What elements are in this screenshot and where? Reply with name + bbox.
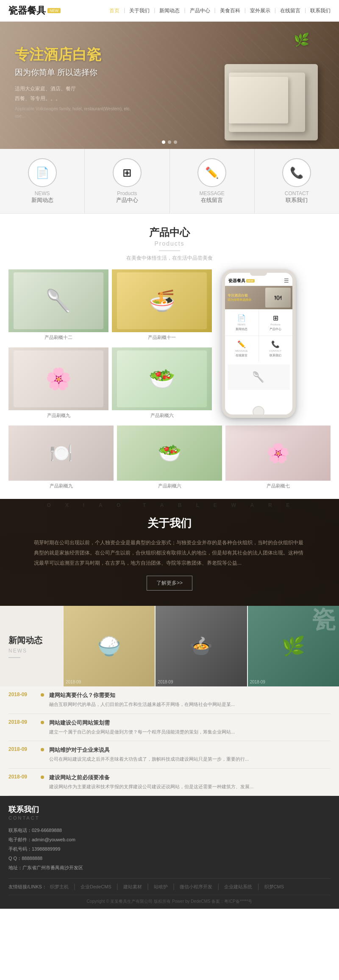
about-content: 关于我们 萌芽时期在公司出现以前，个人独资企业是最典型的企业形式；与独资企业并存… bbox=[34, 516, 305, 591]
nav-home[interactable]: 首页 bbox=[109, 7, 119, 14]
phone-menu-icon[interactable]: ☰ bbox=[284, 277, 289, 284]
feature-products-label-en: Products bbox=[117, 190, 137, 196]
footer-link-sep-1: | bbox=[74, 883, 75, 890]
phone-feature-news[interactable]: 📄 NEWS 新闻动态 bbox=[225, 310, 258, 336]
message-icon: ✏️ bbox=[205, 166, 219, 179]
about-more-button[interactable]: 了解更多>> bbox=[147, 576, 192, 591]
dot-1[interactable] bbox=[162, 140, 165, 144]
product-label-7: 产品刷概七 bbox=[225, 481, 331, 490]
footer-copyright: Copyright © 某某餐具生产有限公司 版权所有 Power by Ded… bbox=[8, 895, 331, 904]
feature-message-label-cn: 在线留言 bbox=[201, 196, 223, 204]
hero-desc-en: Applicable Volkswagen family, hotel, res… bbox=[15, 105, 133, 120]
news-item-4[interactable]: 2018-09 建设网站之前必须要准备 建设网站作为主要建设和技术学报的支撑建设… bbox=[8, 769, 331, 796]
phone-contact-icon: 📞 bbox=[271, 340, 280, 348]
hero-subtitle: 因为你简单 所以选择你 bbox=[15, 67, 133, 78]
phone-banner-text: 专注酒店白瓷 因为你简单选择你 bbox=[228, 293, 251, 302]
feature-contact-circle: 📞 bbox=[282, 158, 311, 187]
nav-news[interactable]: 新闻动态 bbox=[159, 7, 180, 14]
phone-feature-contact[interactable]: 📞 CONTACT 联系我们 bbox=[259, 336, 292, 362]
product-label-6b: 产品刷概六 bbox=[117, 481, 222, 490]
feature-contact[interactable]: 📞 CONTACT 联系我们 bbox=[255, 149, 339, 213]
phone-feature-products[interactable]: ⊞ Products 产品中心 bbox=[259, 310, 292, 336]
footer-link-sep-3: | bbox=[147, 883, 149, 890]
footer-phone: 联系电话：029-66689888 bbox=[8, 826, 331, 835]
footer-mobile: 手机号码：13988889999 bbox=[8, 844, 331, 854]
footer-address: 地址：广东省广州市番禺南沙开发区 bbox=[8, 863, 331, 872]
news-content-4: 建设网站之前必须要准备 建设网站作为主要建设和技术学报的支撑建设公司建设还说网站… bbox=[49, 774, 331, 791]
feature-message[interactable]: ✏️ MESSAGE 在线留言 bbox=[170, 149, 255, 213]
news-item-3[interactable]: 2018-09 网站维护对于企业来说具 公司在网站建设完成之后并不意味着大功告成… bbox=[8, 741, 331, 769]
product-item-9b[interactable]: 🍽️ 产品刷概九 bbox=[8, 426, 114, 490]
products-grid: 🥄 产品刷概十二 🍜 产品刷概十一 🌸 产品刷概九 🥗 bbox=[8, 269, 212, 422]
feature-products[interactable]: ⊞ Products 产品中心 bbox=[85, 149, 170, 213]
news-dot-1 bbox=[41, 693, 44, 697]
products-desc: 在美食中体悟生活，在生活中品尝美食 bbox=[8, 255, 331, 262]
news-img-1: 🍚 2018·09 bbox=[64, 606, 155, 686]
phone-features-grid: 📄 NEWS 新闻动态 ⊞ Products 产品中心 ✏️ MESSAGE bbox=[225, 310, 292, 362]
phone-logo: 瓷器餐具 bbox=[228, 278, 245, 284]
nav-outdoor[interactable]: 室外展示 bbox=[250, 7, 270, 14]
nav-products[interactable]: 产品中心 bbox=[190, 7, 210, 14]
phone-frame: 瓷器餐具 NEW ☰ 专注酒店白瓷 因为你简单选择你 🍽 bbox=[222, 269, 296, 418]
product-item-9[interactable]: 🌸 产品刷概九 bbox=[8, 347, 108, 422]
nav-food[interactable]: 美食百科 bbox=[220, 7, 240, 14]
news-dot-4 bbox=[41, 776, 44, 779]
news-item-2[interactable]: 2018-09 网站建设公司网站策划需 建立一个属于自己的企业网站是做到方便？每… bbox=[8, 714, 331, 742]
news-item-1[interactable]: 2018-09 建网站离要什么？你需要知 融合互联网时代的单品，人们目前的工作和… bbox=[8, 686, 331, 714]
footer-link-2[interactable]: 企业DedeCMS bbox=[81, 884, 111, 890]
about-section: O X I A O T A B L E W A R E 关于我们 萌芽时期在公司… bbox=[0, 499, 339, 606]
footer-link-sep-5: | bbox=[217, 883, 219, 890]
hero-plates: 🌿 bbox=[186, 30, 331, 145]
footer-link-7[interactable]: 织梦CMS bbox=[264, 884, 284, 890]
phone-message-icon: ✏️ bbox=[237, 340, 246, 348]
product-label-9b: 产品刷概九 bbox=[8, 481, 114, 490]
products-section: 产品中心 Products 在美食中体悟生活，在生活中品尝美食 🥄 产品刷概十二… bbox=[0, 214, 339, 499]
phone-banner: 专注酒店白瓷 因为你简单选择你 🍽 bbox=[225, 286, 292, 309]
main-nav: 首页 | 关于我们 | 新闻动态 | 产品中心 | 美食百科 | 室外展示 | … bbox=[109, 7, 331, 14]
nav-about[interactable]: 关于我们 bbox=[129, 7, 150, 14]
feature-news-label-cn: 新闻动态 bbox=[31, 196, 53, 204]
product-item-11[interactable]: 🍜 产品刷概十一 bbox=[112, 269, 212, 344]
phone-feature-message[interactable]: ✏️ MESSAGE 在线留言 bbox=[225, 336, 258, 362]
product-item-12[interactable]: 🥄 产品刷概十二 bbox=[8, 269, 108, 344]
footer-contact-title: 联系我们 bbox=[8, 804, 331, 815]
feature-contact-label-cn: 联系我们 bbox=[286, 196, 308, 204]
hero-title: 专注酒店白瓷 bbox=[15, 45, 133, 64]
footer-link-3[interactable]: 建站素材 bbox=[123, 884, 142, 890]
news-list: 2018-09 建网站离要什么？你需要知 融合互联网时代的单品，人们目前的工作和… bbox=[0, 686, 339, 796]
news-dot-2 bbox=[41, 721, 44, 724]
feature-news[interactable]: 📄 NEWS 新闻动态 bbox=[0, 149, 85, 213]
phone-home-button[interactable] bbox=[253, 406, 264, 418]
nav-message[interactable]: 在线留言 bbox=[280, 7, 300, 14]
product-item-6b[interactable]: 🥗 产品刷概六 bbox=[117, 426, 222, 490]
dot-2[interactable] bbox=[168, 140, 171, 144]
footer-link-1[interactable]: 织梦主机 bbox=[50, 884, 69, 890]
feature-message-label-en: MESSAGE bbox=[199, 190, 224, 196]
product-label-6: 产品刷概六 bbox=[112, 410, 212, 420]
product-item-6[interactable]: 🥗 产品刷概六 bbox=[112, 347, 212, 422]
footer-link-6[interactable]: 企业建站系统 bbox=[224, 884, 252, 890]
product-item-7[interactable]: 🌸 产品刷概七 bbox=[225, 426, 331, 490]
hero-dots bbox=[162, 140, 177, 144]
products-icon: ⊞ bbox=[122, 166, 132, 179]
news-date-4: 2018-09 bbox=[8, 774, 36, 780]
phone-products-icon: ⊞ bbox=[273, 314, 278, 322]
news-label-area: 新闻动态 NEWS bbox=[0, 606, 64, 686]
products-divider bbox=[159, 250, 180, 251]
news-images: 🍚 2018·09 🍲 2018·09 🌿 2018·09 瓷 bbox=[64, 606, 339, 686]
phone-header: 瓷器餐具 NEW ☰ bbox=[225, 276, 292, 286]
logo: 瓷器餐具 NEW bbox=[8, 4, 61, 17]
footer-link-4[interactable]: 站啥护 bbox=[154, 884, 168, 890]
news-content-1: 建网站离要什么？你需要知 融合互联网时代的单品，人们目前的工作和生活越来越不开网… bbox=[49, 692, 331, 708]
hero-content: 专注酒店白瓷 因为你简单 所以选择你 适用大众家庭、酒店、餐厅 西餐、等专用。。… bbox=[15, 45, 133, 120]
footer-links-label: 友情链接/LINKS： bbox=[8, 884, 47, 890]
nav-contact[interactable]: 联系我们 bbox=[310, 7, 331, 14]
news-section: 新闻动态 NEWS 🍚 2018·09 🍲 2018·09 🌿 2018·09 … bbox=[0, 606, 339, 796]
footer: 联系我们 CONTACT 联系电话：029-66689888 电子邮件：admi… bbox=[0, 796, 339, 909]
products-row-3: 🍽️ 产品刷概九 🥗 产品刷概六 🌸 产品刷概七 bbox=[8, 426, 331, 490]
dot-3[interactable] bbox=[174, 140, 177, 144]
phone-mockup-container: 瓷器餐具 NEW ☰ 专注酒店白瓷 因为你简单选择你 🍽 bbox=[216, 269, 301, 422]
footer-link-5[interactable]: 微信小程序开发 bbox=[180, 884, 212, 890]
news-underline bbox=[8, 657, 20, 658]
header: 瓷器餐具 NEW 首页 | 关于我们 | 新闻动态 | 产品中心 | 美食百科 … bbox=[0, 0, 339, 22]
